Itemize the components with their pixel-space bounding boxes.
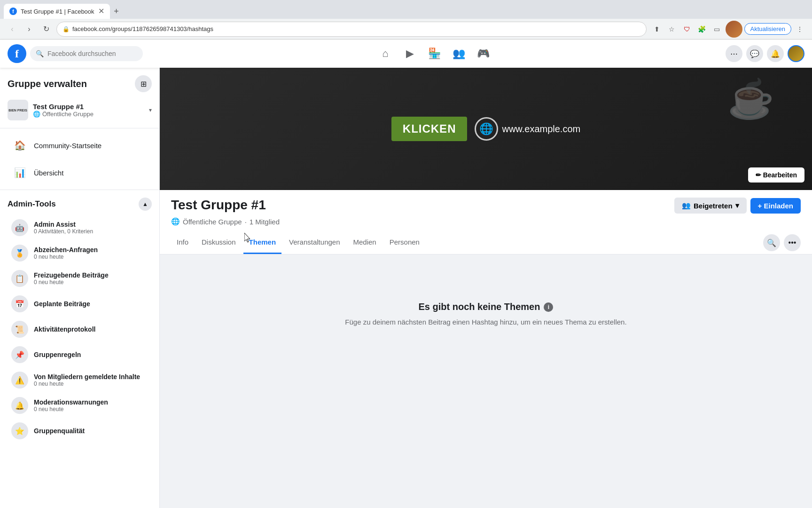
admin-assist-label: Admin Assist (34, 221, 148, 228)
admin-tool-pending-posts[interactable]: 📋 Freizugebende Beiträge 0 neu heute (4, 266, 156, 291)
close-tab-button[interactable]: ✕ (98, 8, 104, 15)
search-icon: 🔍 (36, 50, 44, 57)
joined-button[interactable]: 👥 Beigetreten ▾ (674, 198, 747, 214)
invite-label: + Einladen (758, 202, 793, 210)
group-title: Test Gruppe #1 (171, 198, 266, 213)
tab-search-button[interactable]: 🔍 (763, 234, 780, 251)
group-actions: 👥 Beigetreten ▾ + Einladen (674, 198, 801, 214)
admin-tool-group-rules[interactable]: 📌 Gruppenregeln (4, 342, 156, 367)
sidebar-nav-label: Community-Startseite (34, 142, 102, 150)
nav-video-button[interactable]: ▶ (398, 42, 421, 65)
group-rules-label: Gruppenregeln (34, 351, 148, 358)
browser-layout-icon[interactable]: ▭ (710, 23, 724, 36)
forward-button[interactable]: › (23, 23, 36, 36)
search-input[interactable] (47, 50, 137, 57)
reported-content-label: Von Mitgliedern gemeldete Inhalte (34, 373, 148, 381)
notifications-icon-button[interactable]: 🔔 (767, 45, 784, 62)
home-icon: 🏠 (11, 137, 28, 154)
admin-tool-info: Admin Assist 0 Aktivitäten, 0 Kriterien (34, 221, 148, 235)
cover-edit-button[interactable]: ✏ Bearbeiten (748, 167, 804, 183)
tab-bar: f Test Gruppe #1 | Facebook ✕ + (0, 0, 812, 19)
tab-diskussion[interactable]: Diskussion (196, 231, 242, 254)
search-bar[interactable]: 🔍 (30, 46, 143, 61)
chevron-down-icon[interactable]: ▾ (149, 107, 152, 113)
group-type: 🌐 Öffentliche Gruppe (33, 111, 144, 118)
admin-tool-info-6: Gruppenregeln (34, 351, 148, 358)
group-meta-members: 1 Mitglied (250, 218, 280, 226)
main-content: KLICKEN 🌐 www.example.com ☕ ✏ Bearbeiten… (160, 68, 812, 508)
empty-state-title: Es gibt noch keine Themen i (345, 302, 626, 312)
address-bar[interactable]: 🔒 facebook.com/groups/1187626598741303/h… (56, 22, 647, 37)
empty-state: Es gibt noch keine Themen i Füge zu dein… (336, 273, 636, 354)
group-quality-icon: ⭐ (11, 422, 28, 439)
klicken-banner: KLICKEN (391, 117, 468, 141)
aktualisieren-button[interactable]: Aktualisieren (744, 23, 791, 35)
admin-tools-section-header: Admin-Tools ▲ (0, 194, 159, 214)
reload-button[interactable]: ↻ (39, 23, 53, 36)
admin-tool-info-4: Geplante Beiträge (34, 300, 148, 308)
admin-tool-moderation-warnings[interactable]: 🔔 Moderationswarnungen 0 neu heute (4, 393, 156, 418)
admin-tool-group-quality[interactable]: ⭐ Gruppenqualität (4, 419, 156, 443)
tab-themen[interactable]: Themen (243, 231, 282, 254)
tab-veranstaltungen[interactable]: Veranstaltungen (283, 231, 345, 254)
share-icon[interactable]: ⬆ (650, 23, 664, 36)
group-info: Test Gruppe #1 🌐 Öffentliche Gruppe (33, 103, 144, 118)
group-cover: KLICKEN 🌐 www.example.com ☕ ✏ Bearbeiten (160, 68, 812, 190)
sidebar-divider (0, 128, 159, 128)
sidebar-grid-icon-button[interactable]: ⊞ (135, 75, 152, 92)
extensions-icon[interactable]: 🧩 (695, 23, 709, 36)
browser-profile-avatar[interactable] (726, 21, 742, 38)
nav-marketplace-button[interactable]: 🏪 (423, 42, 445, 65)
user-avatar[interactable] (788, 45, 804, 62)
admin-tools-title: Admin-Tools (8, 199, 56, 209)
back-button[interactable]: ‹ (6, 23, 19, 36)
invite-button[interactable]: + Einladen (750, 198, 801, 214)
admin-tool-activity-log[interactable]: 📜 Aktivitätenprotokoll (4, 317, 156, 341)
sidebar-item-overview[interactable]: 📊 Übersicht (4, 159, 156, 186)
collapse-admin-tools-button[interactable]: ▲ (139, 198, 152, 211)
nav-home-button[interactable]: ⌂ (374, 42, 397, 65)
apps-icon-button[interactable]: ⋯ (726, 45, 742, 62)
nav-center: ⌂ ▶ 🏪 👥 🎮 (143, 42, 726, 65)
admin-tool-admin-assist[interactable]: 🤖 Admin Assist 0 Aktivitäten, 0 Kriterie… (4, 215, 156, 240)
active-tab[interactable]: f Test Gruppe #1 | Facebook ✕ (4, 4, 110, 19)
tab-medien[interactable]: Medien (348, 231, 382, 254)
browser-chrome: f Test Gruppe #1 | Facebook ✕ + ‹ › ↻ 🔒 … (0, 0, 812, 40)
meta-dot: · (245, 218, 247, 226)
pending-posts-label: Freizugebende Beiträge (34, 271, 148, 279)
nav-groups-button[interactable]: 👥 (447, 42, 470, 65)
joined-label: Beigetreten (694, 202, 733, 210)
nav-right: ⋯ 💬 🔔 (726, 45, 804, 62)
globe-icon: 🌐 (33, 111, 40, 118)
new-tab-button[interactable]: + (110, 5, 123, 18)
admin-tool-badge-requests[interactable]: 🏅 Abzeichen-Anfragen 0 neu heute (4, 241, 156, 265)
tab-personen[interactable]: Personen (384, 231, 425, 254)
adblock-icon[interactable]: 🛡 (680, 23, 694, 36)
bookmark-icon[interactable]: ☆ (665, 23, 679, 36)
info-icon-button[interactable]: i (544, 302, 553, 312)
tab-more-button[interactable]: ••• (784, 234, 801, 251)
nav-gaming-button[interactable]: 🎮 (472, 42, 494, 65)
facebook-logo[interactable]: f (8, 44, 26, 63)
admin-assist-sub: 0 Aktivitäten, 0 Kriterien (34, 228, 148, 235)
group-name: Test Gruppe #1 (33, 103, 144, 111)
globe-icon: 🌐 (475, 117, 498, 141)
menu-icon[interactable]: ⋮ (793, 23, 806, 36)
fb-logo-letter: f (15, 48, 19, 60)
messenger-icon-button[interactable]: 💬 (746, 45, 763, 62)
empty-state-desc: Füge zu deinem nächsten Beitrag einen Ha… (345, 318, 626, 326)
tab-info[interactable]: Info (171, 231, 194, 254)
cover-website: 🌐 www.example.com (475, 117, 580, 141)
admin-tool-info-3: Freizugebende Beiträge 0 neu heute (34, 271, 148, 286)
admin-tool-scheduled-posts[interactable]: 📅 Geplante Beiträge (4, 292, 156, 316)
sidebar-item-community[interactable]: 🏠 Community-Startseite (4, 132, 156, 159)
favicon: f (9, 8, 17, 15)
group-name-row: Test Gruppe #1 👥 Beigetreten ▾ + Einlade… (171, 198, 801, 214)
sidebar-title: Gruppe verwalten (8, 79, 87, 89)
admin-assist-icon: 🤖 (11, 219, 28, 236)
group-item[interactable]: BIEN PREIS Test Gruppe #1 🌐 Öffentliche … (0, 96, 159, 124)
group-tabs: Info Diskussion Themen Veranstaltungen M… (171, 231, 801, 254)
admin-tool-reported-content[interactable]: ⚠️ Von Mitgliedern gemeldete Inhalte 0 n… (4, 368, 156, 392)
group-quality-label: Gruppenqualität (34, 427, 148, 435)
group-meta: 🌐 Öffentliche Gruppe · 1 Mitglied (171, 217, 801, 226)
